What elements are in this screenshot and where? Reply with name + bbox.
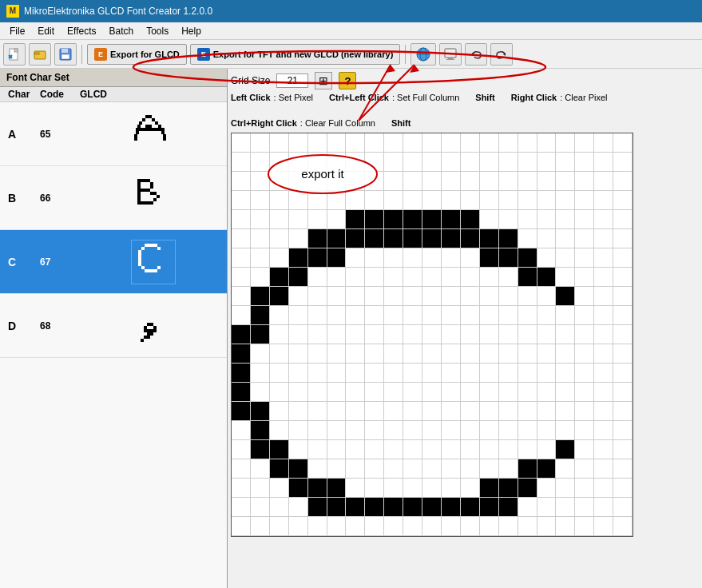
grid-cell-15-2[interactable]	[270, 421, 289, 440]
grid-cell-20-16[interactable]	[537, 517, 557, 536]
grid-cell-20-1[interactable]	[251, 517, 270, 536]
grid-cell-3-5[interactable]	[327, 191, 347, 210]
grid-cell-0-18[interactable]	[575, 133, 594, 153]
grid-cell-15-1[interactable]	[251, 421, 270, 440]
grid-cell-16-8[interactable]	[384, 440, 403, 459]
export-tft-button[interactable]: E Export for TFT and new GLCD (new libra…	[190, 44, 401, 65]
grid-cell-20-13[interactable]	[480, 517, 499, 536]
grid-cell-9-19[interactable]	[594, 306, 613, 325]
grid-cell-3-14[interactable]	[499, 191, 518, 210]
grid-cell-15-7[interactable]	[365, 421, 384, 440]
grid-cell-3-18[interactable]	[575, 191, 594, 210]
grid-cell-1-11[interactable]	[442, 153, 461, 172]
grid-cell-3-6[interactable]	[346, 191, 365, 210]
grid-cell-10-20[interactable]	[613, 325, 633, 344]
grid-cell-8-15[interactable]	[518, 287, 537, 306]
grid-cell-10-4[interactable]	[308, 325, 327, 344]
grid-cell-15-17[interactable]	[556, 421, 575, 440]
grid-cell-4-4[interactable]	[308, 210, 327, 229]
grid-cell-2-7[interactable]	[365, 172, 384, 191]
grid-cell-14-8[interactable]	[384, 402, 403, 421]
grid-cell-8-18[interactable]	[575, 287, 594, 306]
grid-cell-4-10[interactable]	[422, 210, 442, 229]
grid-cell-0-4[interactable]	[308, 133, 327, 153]
grid-cell-11-16[interactable]	[537, 344, 557, 364]
grid-cell-12-11[interactable]	[442, 364, 461, 383]
grid-cell-4-9[interactable]	[403, 210, 422, 229]
grid-cell-16-10[interactable]	[422, 440, 442, 459]
grid-cell-1-10[interactable]	[422, 153, 442, 172]
grid-cell-2-10[interactable]	[422, 172, 442, 191]
grid-cell-15-15[interactable]	[518, 421, 537, 440]
grid-cell-7-15[interactable]	[518, 268, 537, 287]
grid-cell-9-10[interactable]	[422, 306, 442, 325]
grid-cell-11-11[interactable]	[442, 344, 461, 364]
grid-cell-2-15[interactable]	[518, 172, 537, 191]
grid-cell-7-8[interactable]	[384, 268, 403, 287]
grid-cell-20-15[interactable]	[518, 517, 537, 536]
grid-cell-0-20[interactable]	[613, 133, 633, 153]
new-button[interactable]	[3, 43, 26, 66]
grid-cell-13-12[interactable]	[461, 383, 480, 402]
grid-cell-11-2[interactable]	[270, 344, 289, 364]
grid-cell-18-18[interactable]	[575, 479, 594, 498]
grid-cell-20-14[interactable]	[499, 517, 518, 536]
grid-cell-5-12[interactable]	[461, 229, 480, 248]
grid-cell-12-4[interactable]	[308, 364, 327, 383]
grid-cell-19-18[interactable]	[575, 498, 594, 517]
grid-cell-7-13[interactable]	[480, 268, 499, 287]
char-row-A[interactable]: A 65	[0, 102, 227, 166]
grid-cell-16-14[interactable]	[499, 440, 518, 459]
grid-cell-20-18[interactable]	[575, 517, 594, 536]
grid-cell-18-16[interactable]	[537, 479, 557, 498]
grid-cell-13-14[interactable]	[499, 383, 518, 402]
grid-cell-15-12[interactable]	[461, 421, 480, 440]
grid-cell-12-16[interactable]	[537, 364, 557, 383]
grid-cell-20-5[interactable]	[327, 517, 347, 536]
grid-cell-14-0[interactable]	[232, 402, 251, 421]
grid-cell-13-6[interactable]	[346, 383, 365, 402]
grid-cell-18-4[interactable]	[308, 479, 327, 498]
toolbar-extra-1[interactable]	[439, 43, 462, 66]
grid-toggle-button[interactable]: ⊞	[315, 72, 332, 89]
grid-cell-9-18[interactable]	[575, 306, 594, 325]
grid-cell-11-12[interactable]	[461, 344, 480, 364]
grid-cell-11-7[interactable]	[365, 344, 384, 364]
grid-cell-6-4[interactable]	[308, 248, 327, 268]
grid-cell-6-8[interactable]	[384, 248, 403, 268]
grid-cell-18-3[interactable]	[289, 479, 308, 498]
grid-cell-5-6[interactable]	[346, 229, 365, 248]
grid-cell-13-20[interactable]	[613, 383, 633, 402]
grid-cell-14-4[interactable]	[308, 402, 327, 421]
grid-cell-8-16[interactable]	[537, 287, 557, 306]
grid-cell-16-4[interactable]	[308, 440, 327, 459]
grid-cell-1-13[interactable]	[480, 153, 499, 172]
grid-cell-17-2[interactable]	[270, 459, 289, 479]
grid-cell-19-11[interactable]	[442, 498, 461, 517]
grid-cell-0-11[interactable]	[442, 133, 461, 153]
grid-cell-20-4[interactable]	[308, 517, 327, 536]
grid-cell-1-15[interactable]	[518, 153, 537, 172]
grid-cell-7-2[interactable]	[270, 268, 289, 287]
grid-cell-9-9[interactable]	[403, 306, 422, 325]
grid-cell-9-3[interactable]	[289, 306, 308, 325]
grid-cell-4-14[interactable]	[499, 210, 518, 229]
grid-cell-3-19[interactable]	[594, 191, 613, 210]
grid-cell-17-8[interactable]	[384, 459, 403, 479]
grid-cell-4-19[interactable]	[594, 210, 613, 229]
grid-cell-14-19[interactable]	[594, 402, 613, 421]
grid-cell-12-20[interactable]	[613, 364, 633, 383]
grid-cell-14-11[interactable]	[442, 402, 461, 421]
grid-cell-5-18[interactable]	[575, 229, 594, 248]
grid-cell-16-13[interactable]	[480, 440, 499, 459]
grid-cell-12-9[interactable]	[403, 364, 422, 383]
grid-cell-9-14[interactable]	[499, 306, 518, 325]
grid-cell-4-17[interactable]	[556, 210, 575, 229]
grid-cell-11-20[interactable]	[613, 344, 633, 364]
grid-cell-17-19[interactable]	[594, 459, 613, 479]
grid-cell-17-4[interactable]	[308, 459, 327, 479]
grid-cell-17-14[interactable]	[499, 459, 518, 479]
grid-cell-12-10[interactable]	[422, 364, 442, 383]
help-button[interactable]: ?	[339, 72, 356, 89]
grid-cell-11-13[interactable]	[480, 344, 499, 364]
